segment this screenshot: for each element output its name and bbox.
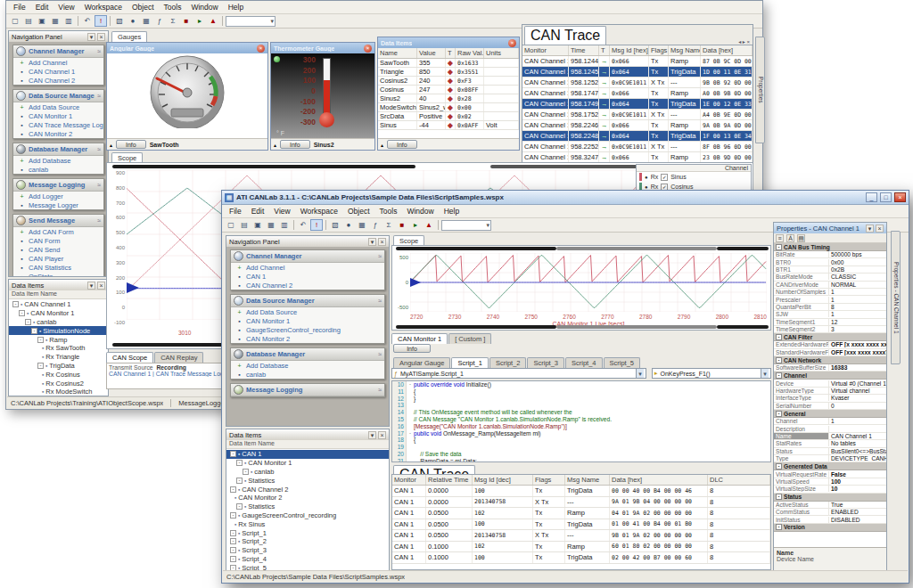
prop-row-serialnumber[interactable]: SerialNumber0: [774, 403, 886, 410]
tree-item-rx-modeswitch[interactable]: ▪Rx ModeSwitch: [9, 388, 108, 396]
tree-item-canlab[interactable]: -▪canlab: [226, 468, 389, 477]
open-icon[interactable]: ▤: [22, 15, 35, 27]
chevron-icon[interactable]: ≈: [97, 93, 101, 99]
tab-can-trace[interactable]: CAN Trace: [524, 26, 606, 45]
save-icon[interactable]: ▣: [251, 219, 264, 231]
tree-item-can-monitor-1[interactable]: -▪CAN Monitor 1: [226, 459, 389, 468]
prop-row-btr1[interactable]: BTR10x2B: [774, 266, 886, 274]
chevron-icon[interactable]: ≈: [378, 387, 382, 393]
menu-item-object[interactable]: Object: [127, 2, 159, 12]
table-row[interactable]: Sinus-44◆0x0AFFVolt: [378, 121, 519, 130]
chevron-icon[interactable]: ≈: [97, 182, 101, 188]
table-icon[interactable]: ▦: [356, 219, 368, 231]
nav-item-can-trace-message-log-201[interactable]: ▪CAN Trace Message Log_201: [13, 120, 103, 129]
nav-item-can-monitor-1[interactable]: ▪CAN Monitor 1: [13, 111, 103, 120]
collapse-icon[interactable]: -: [776, 334, 782, 340]
prop-row-numberofsamples[interactable]: NumberOfSamples1: [774, 289, 886, 296]
tree-item-simulationnode[interactable]: -▪SimulationNode: [9, 326, 108, 335]
expander-icon[interactable]: -: [243, 469, 249, 475]
prop-row-prescaler[interactable]: Prescaler1: [774, 296, 886, 303]
chart-icon[interactable]: ▧: [329, 219, 341, 231]
tab-can-monitor-1[interactable]: CAN Monitor 1: [391, 333, 448, 344]
prop-section-can-filter[interactable]: -CAN Filter: [774, 333, 886, 341]
prop-row-extendedhardwarefi[interactable]: ExtendedHardwareFiOFF [x xxxx xxxx xxx: [774, 341, 886, 348]
table-row[interactable]: CAN 10.0500201340758X Tx---9B 01 9A 02 0…: [392, 530, 770, 542]
front-titlebar[interactable]: ▦ ATI CANLab 3.1.1 - C:\CANLab Projects\…: [222, 191, 909, 205]
prop-section-can-bus-timing[interactable]: -CAN Bus Timing: [774, 243, 886, 251]
chevron-icon[interactable]: ≈: [97, 146, 101, 152]
property-pages-icon[interactable]: ▤: [797, 234, 805, 242]
categorize-icon[interactable]: ≡: [776, 234, 784, 242]
open-icon[interactable]: ▤: [238, 219, 251, 231]
stop-icon[interactable]: ■: [180, 15, 193, 27]
menu-item-file[interactable]: File: [225, 206, 246, 216]
prop-row-commstatus[interactable]: CommStatusENABLED: [774, 509, 886, 516]
expander-icon[interactable]: -: [236, 460, 243, 466]
table-row[interactable]: CAN Channel 1958.1245→0x064TxTrigData1D …: [522, 67, 753, 78]
save-workspace-icon[interactable]: ▦: [49, 15, 62, 27]
column-header-flags[interactable]: Flags: [649, 45, 669, 55]
fold-icon[interactable]: -: [407, 430, 414, 437]
legend-item[interactable]: ●Rx✓Sinus: [637, 172, 751, 182]
column-header-raw-val[interactable]: Raw Val...: [456, 48, 484, 58]
run-icon[interactable]: ▸: [409, 219, 422, 231]
nav-item-gaugescreencontrol-recording[interactable]: ▪GaugeScreenControl_recording: [231, 325, 384, 334]
column-header-relative-time[interactable]: Relative Time: [426, 475, 473, 485]
menu-item-tools[interactable]: Tools: [375, 206, 402, 216]
tree-item-can-channel-2[interactable]: -▪CAN Channel 2: [226, 485, 389, 494]
prop-row-btr0[interactable]: BTR00x00: [774, 258, 886, 265]
menu-item-workspace[interactable]: Workspace: [296, 206, 342, 216]
prop-row-bitrate[interactable]: BitRate500000 bps: [774, 251, 886, 258]
tab-script-5[interactable]: Script_5: [604, 357, 641, 368]
nav-section-header[interactable]: Channel Manager≈: [231, 250, 384, 263]
tree-item-ramp[interactable]: -▪Ramp: [9, 335, 108, 344]
nav-section-header[interactable]: Message Logging≈: [13, 179, 103, 192]
column-header-monitor[interactable]: Monitor: [392, 475, 426, 485]
column-header-data-hex[interactable]: Data [hex]: [701, 45, 753, 55]
nav-item-message-logger[interactable]: ▪Message Logger: [13, 200, 103, 209]
run-icon[interactable]: ▸: [193, 15, 206, 27]
tab-custom[interactable]: [ Custom ]: [448, 333, 491, 344]
prop-row-hardwaretype[interactable]: HardwareTypeVirtual channel: [774, 388, 886, 395]
tree-item-script-2[interactable]: -▪Script_2: [226, 537, 389, 546]
table-row[interactable]: CAN Channel 1958.2248→0x064TxTrigData1F …: [522, 131, 753, 142]
column-header-flags[interactable]: Flags: [533, 475, 565, 485]
tree-item-script-1[interactable]: -▪Script_1: [226, 528, 389, 537]
prop-row-quantaperbit[interactable]: QuantaPerBit8: [774, 304, 886, 311]
nav-section-header[interactable]: Data Source Manager≈: [231, 295, 384, 307]
table-row[interactable]: ModeSwitchSinus2_wit...◆0x00: [378, 103, 519, 112]
expander-icon[interactable]: -: [230, 556, 236, 562]
nav-section-header[interactable]: Database Manager≈: [13, 143, 103, 156]
nav-item-canlab[interactable]: ▪canlab: [231, 370, 384, 379]
chevron-icon[interactable]: ≈: [378, 351, 382, 357]
menu-item-file[interactable]: File: [9, 2, 30, 12]
replay-source-row[interactable]: CAN Channel 1 | CAN Trace Message Log_20…: [109, 371, 225, 377]
column-header-name[interactable]: Name: [378, 48, 417, 58]
prop-row-name[interactable]: NameCAN Channel 1: [774, 433, 886, 440]
tree-item-can-channel-1[interactable]: -▪CAN Channel 1: [9, 300, 108, 309]
nav-item-canlab[interactable]: ▪canlab: [13, 165, 103, 174]
prop-row-timesegment1[interactable]: TimeSegment112: [774, 319, 886, 326]
menu-item-object[interactable]: Object: [343, 206, 374, 216]
legend-checkbox[interactable]: ✓: [661, 174, 668, 181]
prop-section-version[interactable]: -Version: [774, 524, 886, 532]
sum-icon[interactable]: Σ: [382, 219, 395, 231]
nav-section-header[interactable]: Message Logging≈: [231, 384, 384, 396]
prop-row-channel[interactable]: Channel1: [774, 418, 886, 425]
prop-row-device[interactable]: DeviceVirtual #0 (Channel 1): [774, 380, 886, 387]
column-header-msg-name[interactable]: Msg Name: [565, 475, 610, 485]
column-header-data-hex[interactable]: Data [hex]: [610, 475, 708, 485]
prop-row-sjw[interactable]: SJW1: [774, 311, 886, 318]
method-combo[interactable]: ▸ OnKeyPress_F1() ▾: [652, 368, 771, 379]
table-row[interactable]: CAN 10.0500102TxRamp04 01 9A 02 00 00 00…: [392, 508, 770, 519]
maximize-button[interactable]: □: [880, 192, 892, 202]
table-row[interactable]: Triangle850◆0x3551: [378, 68, 519, 77]
nav-item-add-data-source[interactable]: +Add Data Source: [13, 102, 103, 111]
collapse-icon[interactable]: -: [776, 494, 782, 500]
column-header-monitor[interactable]: Monitor: [522, 45, 569, 55]
tab-script-4[interactable]: Script_4: [565, 357, 603, 368]
nav-item-can-monitor-1[interactable]: ▪CAN Monitor 1: [231, 316, 384, 325]
info-button[interactable]: Info: [387, 140, 417, 149]
menu-item-edit[interactable]: Edit: [247, 206, 269, 216]
prop-row-busratemode[interactable]: BusRateModeCLASSIC: [774, 274, 886, 281]
